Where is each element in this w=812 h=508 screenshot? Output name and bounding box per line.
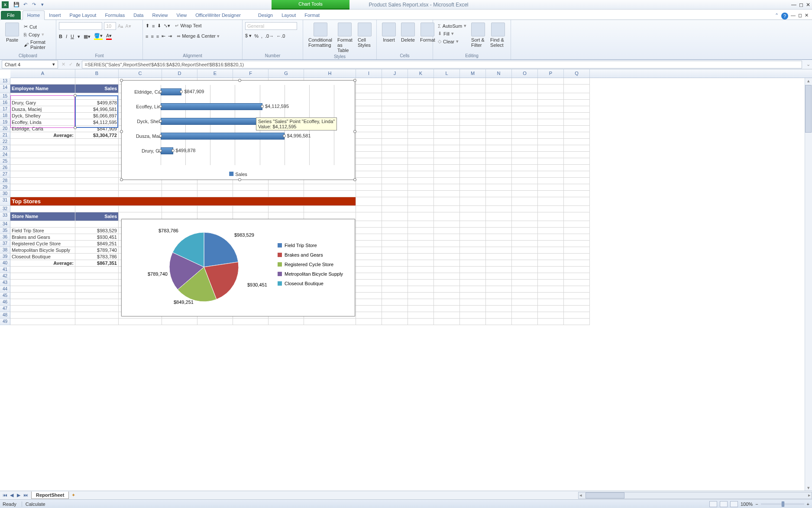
cell[interactable]	[460, 197, 486, 206]
cell[interactable]	[486, 165, 512, 171]
cell[interactable]	[408, 260, 434, 267]
cell[interactable]	[382, 234, 408, 241]
cell[interactable]	[356, 312, 382, 319]
cell[interactable]	[304, 184, 356, 191]
cell[interactable]	[434, 319, 460, 325]
insert-button[interactable]: Insert	[379, 22, 398, 43]
new-sheet-icon[interactable]: ✦	[71, 492, 75, 498]
cell[interactable]	[538, 306, 564, 312]
cell[interactable]	[512, 247, 538, 254]
cell[interactable]	[486, 78, 512, 85]
cell[interactable]	[408, 119, 434, 126]
cell[interactable]	[10, 152, 75, 158]
row-header[interactable]: 29	[0, 184, 10, 191]
row-header[interactable]: 26	[0, 165, 10, 171]
cell[interactable]	[460, 139, 486, 145]
cell[interactable]	[460, 306, 486, 312]
cell[interactable]	[356, 113, 382, 119]
cell[interactable]	[408, 184, 434, 191]
scroll-left-icon[interactable]: ◂	[579, 492, 582, 498]
selection-handle[interactable]	[74, 94, 77, 97]
cell[interactable]	[512, 234, 538, 241]
cell[interactable]	[434, 165, 460, 171]
cell[interactable]	[356, 191, 382, 197]
merge-center-button[interactable]: ⬌ Merge & Center ▾	[175, 33, 222, 40]
column-header[interactable]: J	[382, 69, 408, 78]
conditional-formatting-button[interactable]: Conditional Formatting	[306, 22, 335, 54]
cell[interactable]	[564, 293, 590, 299]
autosum-button[interactable]: Σ AutoSum ▾	[436, 22, 469, 29]
cell[interactable]	[10, 206, 75, 212]
cell[interactable]	[10, 273, 75, 280]
redo-icon[interactable]: ↷	[30, 1, 37, 8]
cell[interactable]	[564, 145, 590, 152]
row-header[interactable]: 17	[0, 106, 10, 113]
cell[interactable]	[538, 286, 564, 293]
cell[interactable]: Sales	[75, 212, 119, 221]
cell[interactable]	[512, 191, 538, 197]
cell[interactable]	[75, 158, 119, 165]
chart-handle[interactable]	[120, 79, 123, 82]
cell[interactable]	[304, 191, 356, 197]
cell[interactable]	[434, 184, 460, 191]
cell[interactable]	[512, 197, 538, 206]
cell[interactable]	[10, 267, 75, 273]
cell[interactable]	[10, 165, 75, 171]
cell[interactable]	[512, 126, 538, 132]
cell[interactable]	[75, 178, 119, 184]
cell[interactable]	[382, 299, 408, 306]
doc-close-icon[interactable]: ✕	[805, 13, 809, 20]
decrease-indent-icon[interactable]: ⇤	[162, 33, 165, 39]
cell[interactable]	[564, 206, 590, 212]
cell[interactable]	[356, 126, 382, 132]
cell[interactable]	[75, 171, 119, 178]
cell[interactable]	[10, 171, 75, 178]
cell[interactable]	[356, 260, 382, 267]
cell[interactable]	[460, 221, 486, 228]
row-header[interactable]: 46	[0, 299, 10, 306]
cell[interactable]	[538, 228, 564, 234]
cell[interactable]	[434, 85, 460, 93]
cell[interactable]	[434, 113, 460, 119]
file-tab[interactable]: File	[1, 11, 21, 20]
row-header[interactable]: 35	[0, 228, 10, 234]
cell[interactable]	[486, 126, 512, 132]
cell[interactable]	[486, 286, 512, 293]
cell[interactable]	[564, 247, 590, 254]
cell[interactable]	[486, 158, 512, 165]
cell[interactable]: $783,786	[75, 254, 119, 260]
cell[interactable]	[460, 132, 486, 139]
cell[interactable]	[10, 158, 75, 165]
column-header[interactable]: F	[233, 69, 269, 78]
bold-button[interactable]: B	[59, 34, 62, 39]
cell[interactable]	[408, 178, 434, 184]
cell[interactable]	[460, 293, 486, 299]
cell[interactable]	[538, 241, 564, 247]
cell[interactable]: $789,740	[75, 247, 119, 254]
cell[interactable]	[486, 254, 512, 260]
cell[interactable]	[486, 139, 512, 145]
cell[interactable]	[538, 260, 564, 267]
cell[interactable]	[408, 241, 434, 247]
cell[interactable]	[408, 139, 434, 145]
cell[interactable]	[10, 178, 75, 184]
align-right-icon[interactable]: ≡	[156, 34, 159, 39]
cell[interactable]	[75, 139, 119, 145]
cancel-icon[interactable]: ✕	[60, 62, 67, 67]
cell[interactable]	[460, 247, 486, 254]
cell[interactable]	[564, 312, 590, 319]
align-left-icon[interactable]: ≡	[146, 34, 148, 39]
formula-input[interactable]: =SERIES("Sales",ReportSheet!$A$16:$A$20,…	[82, 61, 802, 68]
cell[interactable]	[460, 113, 486, 119]
cell[interactable]	[460, 206, 486, 212]
cell[interactable]	[460, 178, 486, 184]
tab-view[interactable]: View	[172, 11, 191, 20]
save-icon[interactable]: 💾	[13, 1, 20, 8]
cell[interactable]	[486, 241, 512, 247]
cell[interactable]: Top Stores	[10, 197, 356, 206]
cell[interactable]	[434, 234, 460, 241]
cell[interactable]	[512, 139, 538, 145]
column-header[interactable]: D	[162, 69, 197, 78]
cell[interactable]	[382, 165, 408, 171]
cell[interactable]	[197, 206, 233, 212]
